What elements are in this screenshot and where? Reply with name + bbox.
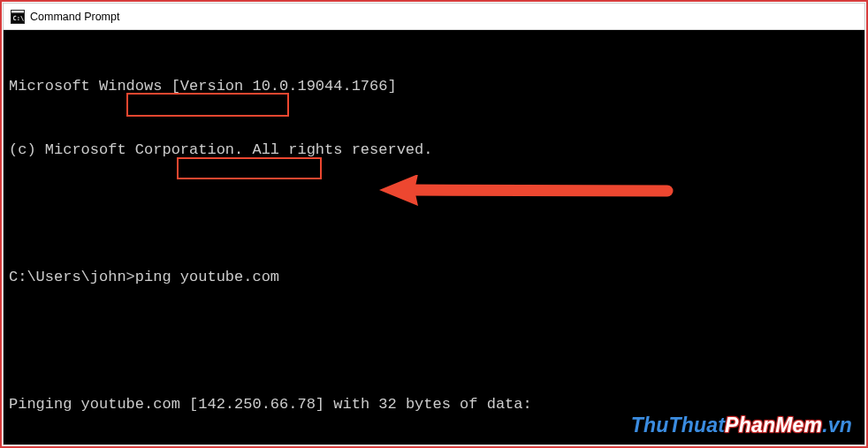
command-prompt-window: C:\ Command Prompt Microsoft Windows [Ve… [3,3,865,445]
svg-text:C:\: C:\ [13,15,25,22]
ping-header-line: Pinging youtube.com [142.250.66.78] with… [9,394,859,415]
blank-line [9,203,859,224]
os-version-line: Microsoft Windows [Version 10.0.19044.17… [9,76,859,97]
ping-ip: [142.250.66.78] [189,396,324,413]
ping-header-post: with 32 bytes of data: [324,396,532,413]
ping-header-pre: Pinging youtube.com [9,396,189,413]
window-title: Command Prompt [30,11,119,23]
prompt-prefix: C:\Users\john> [9,269,135,285]
watermark: ThuThuatPhanMem.vn [631,414,852,436]
copyright-line: (c) Microsoft Corporation. All rights re… [9,140,859,161]
window-titlebar[interactable]: C:\ Command Prompt [4,4,864,30]
watermark-part2: PhanMem [725,414,822,437]
command-line: C:\Users\john>ping youtube.com [9,267,859,288]
typed-command: ping youtube.com [135,269,279,285]
watermark-part3: .vn [822,414,852,437]
watermark-part1: ThuThuat [631,414,725,437]
command-prompt-icon: C:\ [11,10,25,24]
blank-line [9,330,859,352]
svg-rect-2 [11,11,24,13]
terminal-output[interactable]: Microsoft Windows [Version 10.0.19044.17… [4,30,864,444]
